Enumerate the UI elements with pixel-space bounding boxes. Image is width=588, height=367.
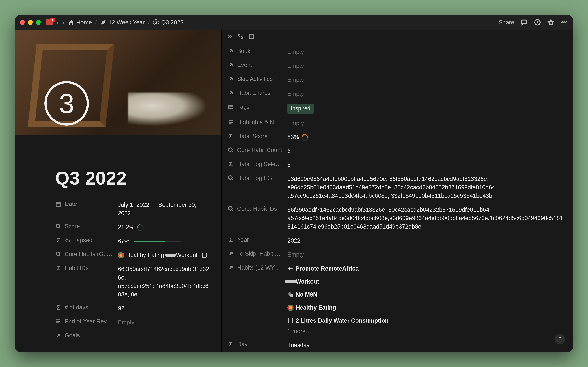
habits-list: Promote RemoteAfricaWorkoutNo M9NHealthy… [287, 264, 564, 325]
page-cover[interactable] [15, 30, 221, 135]
habit-item[interactable]: No M9N [287, 290, 564, 299]
breadcrumb-sep: / [95, 19, 97, 26]
tag-inspired[interactable]: Inspired [287, 104, 314, 113]
score-value: 21.2% [118, 224, 134, 230]
search-icon [228, 175, 234, 181]
notification-badge: 1 [50, 18, 55, 22]
prop-numdays[interactable]: # of days 92 [55, 301, 209, 315]
habit-item-label: No M9N [296, 290, 317, 299]
close-window-button[interactable] [20, 20, 25, 25]
breadcrumb-level1[interactable]: 12 Week Year [100, 19, 145, 26]
fullscreen-window-button[interactable] [36, 20, 41, 25]
sidebar-toggle-icon[interactable]: 1 [46, 19, 53, 25]
relation-icon [228, 264, 234, 271]
prop-score-label: Score [65, 223, 80, 230]
prop-elapsed[interactable]: % Elapsed 67% [55, 234, 209, 248]
habit-item[interactable]: Workout [287, 277, 564, 286]
prop-habitscore[interactable]: Habit Score 83% [228, 130, 564, 144]
prop-score[interactable]: Score 21.2% [55, 220, 209, 234]
svg-point-11 [228, 108, 229, 108]
sigma-icon [228, 341, 234, 348]
habitscore-ring-icon [302, 134, 308, 141]
prop-year-label: Year [237, 236, 249, 243]
prop-tags[interactable]: Tags Inspired [228, 101, 564, 116]
prop-date[interactable]: Date July 1, 2022 → September 30, 2022 [55, 198, 209, 220]
salad-icon [287, 305, 294, 311]
prop-logids-label: Habit Log IDs [237, 175, 272, 181]
prop-habitentries[interactable]: Habit Entires Empty [228, 87, 564, 101]
prop-logselected[interactable]: Habit Log Selected 5 [228, 158, 564, 172]
habit-item[interactable]: 2 Litres Daily Water Consumption [287, 317, 564, 325]
breadcrumb-home[interactable]: Home [68, 19, 92, 26]
corecount-value: 6 [287, 147, 564, 155]
calendar-icon [55, 201, 62, 207]
prop-book[interactable]: Book Empty [228, 45, 564, 59]
comments-icon[interactable] [520, 19, 528, 26]
prop-toskip[interactable]: To Skip: Habit Log Empty [228, 248, 564, 262]
svg-point-12 [229, 148, 232, 151]
text-icon [55, 318, 62, 325]
habit-chip-label: Healthy Eating [126, 251, 164, 259]
updates-icon[interactable] [534, 19, 541, 26]
prop-coreids-label: Core: Habit IDs [237, 206, 277, 212]
prop-book-label: Book [237, 48, 251, 54]
prop-corecount[interactable]: Core Habit Count 6 [228, 144, 564, 158]
close-peek-icon[interactable] [226, 33, 233, 40]
relation-icon [228, 76, 234, 82]
more-icon[interactable] [561, 19, 568, 26]
prop-day[interactable]: Day Tuesday [228, 338, 564, 352]
habits-more-link[interactable]: 1 more… [287, 327, 564, 335]
prop-core-habits[interactable]: Core Habits (Goa… Healthy EatingWorkout [55, 248, 209, 262]
habit-chip[interactable] [201, 251, 207, 259]
prop-skipact[interactable]: Skip Activities Empty [228, 73, 564, 87]
prop-elapsed-label: % Elapsed [65, 237, 92, 243]
prop-tags-label: Tags [237, 104, 249, 110]
prop-date-label: Date [65, 201, 77, 207]
coreids-value: 66f350aedf71462cacbcd9abf313326e, 80c42c… [287, 206, 564, 231]
expand-icon[interactable] [237, 33, 244, 40]
prop-habit-ids[interactable]: Habit IDs 66f350aedf71462cacbcd9abf31332… [55, 262, 209, 301]
page-title[interactable]: Q3 2022 [55, 167, 209, 189]
prop-logselected-label: Habit Log Selected [237, 161, 283, 167]
svg-point-4 [566, 22, 567, 23]
sigma-icon [228, 133, 234, 139]
habit-chip[interactable]: Workout [168, 251, 197, 259]
habit-chip[interactable]: Healthy Eating [118, 251, 164, 259]
core-habits-value: Healthy EatingWorkout [118, 251, 209, 259]
share-button[interactable]: Share [499, 19, 514, 26]
nav-forward-button[interactable]: › [62, 18, 65, 26]
habit-item[interactable]: Promote RemoteAfrica [287, 264, 564, 273]
prop-event[interactable]: Event Empty [228, 59, 564, 73]
nav-back-button[interactable]: ‹ [57, 18, 59, 26]
prop-eoy[interactable]: End of Year Revie… Empty [55, 315, 209, 329]
favorite-icon[interactable] [547, 19, 555, 26]
toskip-value: Empty [287, 250, 564, 259]
svg-point-2 [562, 22, 563, 23]
page-icon-number: 3 [59, 88, 74, 119]
prop-year[interactable]: Year 2022 [228, 234, 564, 248]
open-as-page-icon[interactable] [248, 33, 255, 40]
habitids-value: 66f350aedf71462cacbcd9abf313326e, a57cc9… [118, 265, 209, 299]
habitscore-value: 83% [287, 134, 299, 140]
prop-event-value: Empty [287, 62, 564, 70]
prop-habitentries-label: Habit Entires [237, 90, 270, 96]
prop-goals[interactable]: Goals [55, 329, 209, 343]
search-icon [228, 206, 234, 212]
prop-coreids[interactable]: Core: Habit IDs 66f350aedf71462cacbcd9ab… [228, 203, 564, 234]
prop-day-label: Day [237, 341, 248, 348]
help-button[interactable]: ? [555, 334, 565, 344]
habit-item[interactable]: Healthy Eating [287, 303, 564, 312]
logids-value: e3d609e9864a4efbb00bbffa4ed5670e, 66f350… [287, 175, 564, 200]
prop-logids[interactable]: Habit Log IDs e3d609e9864a4efbb00bbffa4e… [228, 172, 564, 203]
svg-point-14 [229, 207, 232, 210]
page-icon[interactable]: 3 [44, 81, 89, 125]
breadcrumb-level2[interactable]: 3 Q3 2022 [153, 19, 184, 26]
left-pane: 3 Q3 2022 Date July 1, 2022 → September … [15, 30, 221, 352]
window-controls [20, 20, 41, 25]
prop-highlights[interactable]: Highlights & Notes Empty [228, 116, 564, 130]
titlebar: 1 ‹ › Home / 12 Week Year / 3 Q3 2022 Sh… [15, 15, 573, 30]
prop-habits-goals[interactable]: Habits (12 WY Go… Promote RemoteAfricaWo… [228, 262, 564, 338]
circled-number-icon: 3 [153, 19, 159, 25]
minimize-window-button[interactable] [28, 20, 33, 25]
relation-icon [55, 332, 62, 339]
